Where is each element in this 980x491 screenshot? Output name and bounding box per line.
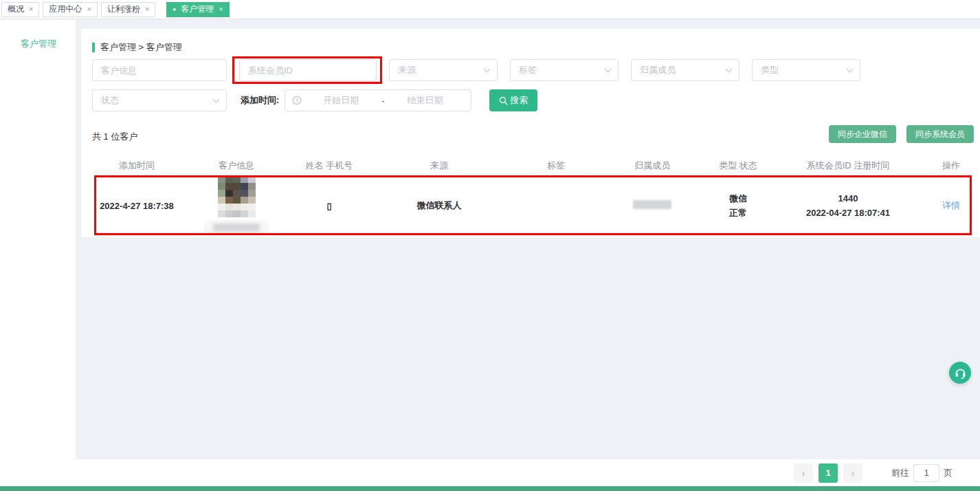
cell-customer-info <box>181 176 291 235</box>
col-header-action: 操作 <box>924 157 979 175</box>
cell-type-status: 微信 正常 <box>704 191 772 220</box>
chevron-down-icon <box>605 66 612 73</box>
col-header-name-phone: 姓名 手机号 <box>291 157 367 175</box>
cell-member-id-register-time: 1440 2022-04-27 18:07:41 <box>772 191 924 220</box>
col-header-added-time: 添加时间 <box>92 157 181 175</box>
filter-row-1: 来源 标签 归属成员 类型 <box>92 59 860 81</box>
register-time-value: 2022-04-27 18:07:41 <box>772 206 924 220</box>
customer-count-text: 共 1 位客户 <box>92 131 137 143</box>
col-header-member-id-register-time: 系统会员ID 注册时间 <box>772 157 924 175</box>
tag-select-placeholder: 标签 <box>519 64 537 76</box>
type-select-placeholder: 类型 <box>761 64 779 76</box>
date-range-input[interactable]: 开始日期 - 结束日期 <box>285 89 471 111</box>
table-row: 2022-4-27 18:7:38 ▯ 微信联系人 微信 正常 1440 202… <box>92 176 979 235</box>
sync-member-button[interactable]: 同步系统会员 <box>906 125 974 143</box>
blurred-text <box>213 223 260 232</box>
sidebar: 客户管理 <box>0 20 76 486</box>
pagination-next-button[interactable]: › <box>843 463 862 483</box>
owner-name-blurred <box>633 200 671 209</box>
tab-label: 客户管理 <box>181 3 214 15</box>
headset-icon <box>954 367 967 380</box>
search-icon <box>499 96 508 105</box>
col-header-customer-info: 客户信息 <box>181 157 291 175</box>
goto-page-input[interactable] <box>913 464 939 482</box>
customer-avatar-wrap <box>181 176 291 235</box>
detail-link[interactable]: 详情 <box>942 200 960 210</box>
owner-select[interactable]: 归属成员 <box>631 59 739 81</box>
tab-profit-fans[interactable]: 让利涨粉 × <box>101 2 155 17</box>
pagination-page-1-button[interactable]: 1 <box>818 463 838 483</box>
breadcrumb: 客户管理 > 客户管理 <box>92 41 182 54</box>
member-id-value: 1440 <box>772 191 924 206</box>
status-value: 正常 <box>704 206 772 220</box>
chevron-down-icon <box>847 66 854 73</box>
customer-info-input[interactable] <box>92 59 227 81</box>
col-header-tag: 标签 <box>511 157 601 175</box>
close-icon[interactable]: × <box>29 6 33 13</box>
status-select-placeholder: 状态 <box>101 94 119 107</box>
tag-select[interactable]: 标签 <box>510 59 619 81</box>
member-id-input[interactable] <box>239 59 377 81</box>
tab-customer-management[interactable]: ● 客户管理 × <box>166 2 229 17</box>
breadcrumb-text: 客户管理 > 客户管理 <box>100 41 182 54</box>
search-button-label: 搜索 <box>510 94 528 107</box>
start-date-placeholder: 开始日期 <box>302 94 380 107</box>
goto-page-suffix: 页 <box>944 467 953 479</box>
customer-avatar <box>218 176 256 217</box>
end-date-placeholder: 结束日期 <box>386 94 465 107</box>
tab-app-center[interactable]: 应用中心 × <box>43 2 97 17</box>
col-header-owner: 归属成员 <box>601 157 704 175</box>
bottom-green-strip <box>0 486 980 491</box>
close-icon[interactable]: × <box>87 6 91 13</box>
customer-support-fab[interactable] <box>949 362 971 384</box>
clock-icon <box>292 96 302 105</box>
tab-bar: 概况 × 应用中心 × 让利涨粉 × ● 客户管理 × <box>0 0 980 19</box>
date-separator: - <box>380 96 386 106</box>
close-icon[interactable]: × <box>219 6 223 13</box>
tab-label: 让利涨粉 <box>107 3 140 15</box>
cell-source: 微信联系人 <box>367 199 511 212</box>
tab-label: 应用中心 <box>49 3 82 15</box>
goto-page-label: 前往 <box>891 467 909 479</box>
status-select[interactable]: 状态 <box>92 89 227 111</box>
chevron-down-icon <box>726 66 733 73</box>
chevron-down-icon <box>484 66 491 73</box>
type-value: 微信 <box>704 191 772 206</box>
cell-owner <box>601 200 704 211</box>
sidebar-item-customer-management[interactable]: 客户管理 <box>0 20 76 50</box>
table-header: 添加时间 客户信息 姓名 手机号 来源 标签 归属成员 类型 状态 系统会员ID… <box>92 157 979 175</box>
breadcrumb-accent-bar <box>92 43 95 52</box>
source-select-placeholder: 来源 <box>398 64 416 76</box>
search-button[interactable]: 搜索 <box>489 89 537 111</box>
type-select[interactable]: 类型 <box>752 59 860 81</box>
pagination-bar: ‹ 1 › 前往 页 <box>76 459 980 486</box>
customer-name-blurred <box>203 220 269 235</box>
col-header-type-status: 类型 状态 <box>704 157 772 175</box>
owner-select-placeholder: 归属成员 <box>640 64 676 76</box>
cell-name-phone: ▯ <box>291 201 367 211</box>
tab-label: 概况 <box>8 3 24 15</box>
main-card: 客户管理 > 客户管理 来源 标签 归属成员 类型 状态 添加时间: <box>81 29 980 237</box>
filter-row-2: 状态 添加时间: 开始日期 - 结束日期 搜索 <box>92 89 537 111</box>
chevron-down-icon <box>213 96 220 103</box>
cell-action: 详情 <box>924 199 979 212</box>
source-select[interactable]: 来源 <box>389 59 498 81</box>
cell-added-time: 2022-4-27 18:7:38 <box>92 201 181 211</box>
tab-overview[interactable]: 概况 × <box>1 2 39 17</box>
sync-wecom-button[interactable]: 同步企业微信 <box>829 125 896 143</box>
add-time-label: 添加时间: <box>241 94 279 107</box>
close-icon[interactable]: × <box>145 6 149 13</box>
pagination-prev-button[interactable]: ‹ <box>794 463 813 483</box>
col-header-source: 来源 <box>367 157 511 175</box>
active-dot-icon: ● <box>172 7 176 12</box>
